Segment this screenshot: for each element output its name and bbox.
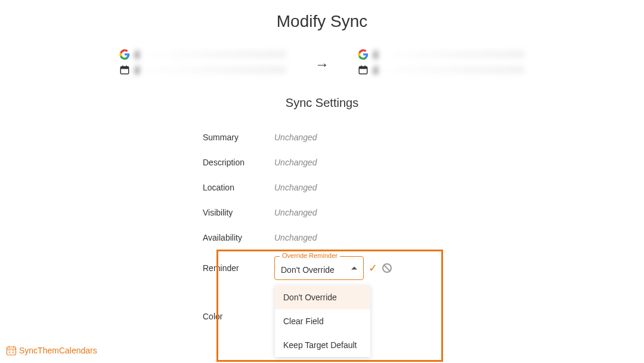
cancel-icon[interactable] xyxy=(382,263,392,273)
source-calendar-text xyxy=(136,66,286,74)
dropdown-menu: Don't Override Clear Field Keep Target D… xyxy=(275,285,370,357)
setting-row-availability[interactable]: Availability Unchanged xyxy=(203,225,441,250)
accounts-row: → xyxy=(0,49,644,75)
setting-label: Color xyxy=(203,312,274,321)
setting-value: Unchanged xyxy=(274,183,317,192)
setting-label: Location xyxy=(203,183,274,192)
reminder-control: Override Reminder Don't Override Don't O… xyxy=(274,256,392,280)
target-account-block xyxy=(358,49,525,75)
google-icon xyxy=(358,49,369,60)
section-title: Sync Settings xyxy=(0,96,644,110)
select-legend: Override Reminder xyxy=(280,252,340,259)
target-account-text xyxy=(374,50,525,59)
target-calendar-text xyxy=(374,66,525,74)
dropdown-item-clear-field[interactable]: Clear Field xyxy=(275,309,370,333)
target-account-line xyxy=(358,49,525,60)
source-account-block xyxy=(119,49,286,75)
setting-row-description[interactable]: Description Unchanged xyxy=(203,150,441,175)
logo-icon xyxy=(6,345,17,356)
reminder-select[interactable]: Override Reminder Don't Override Don't O… xyxy=(274,256,364,280)
check-icon[interactable]: ✓ xyxy=(369,262,377,275)
target-calendar-line xyxy=(358,64,525,75)
page-title: Modify Sync xyxy=(0,12,644,31)
setting-label: Availability xyxy=(203,233,274,242)
setting-row-summary[interactable]: Summary Unchanged xyxy=(203,125,441,150)
arrow-icon: → xyxy=(310,49,334,73)
setting-row-visibility[interactable]: Visibility Unchanged xyxy=(203,200,441,225)
calendar-icon xyxy=(119,64,130,75)
setting-label: Summary xyxy=(203,133,274,142)
setting-value: Unchanged xyxy=(274,158,317,167)
setting-label: Visibility xyxy=(203,208,274,217)
setting-row-location[interactable]: Location Unchanged xyxy=(203,175,441,200)
svg-rect-8 xyxy=(7,347,16,355)
source-account-text xyxy=(136,50,286,59)
brand-logo: SyncThemCalendars xyxy=(6,345,97,356)
google-icon xyxy=(119,49,130,60)
svg-rect-1 xyxy=(120,67,129,69)
setting-row-reminder: Reminder Override Reminder Don't Overrid… xyxy=(203,250,441,286)
source-account-line xyxy=(119,49,286,60)
setting-value: Unchanged xyxy=(274,133,317,142)
select-value: Don't Override xyxy=(281,265,335,275)
source-calendar-line xyxy=(119,64,286,75)
settings-list: Summary Unchanged Description Unchanged … xyxy=(203,125,441,329)
calendar-icon xyxy=(358,64,369,75)
brand-text: SyncThemCalendars xyxy=(19,346,97,355)
setting-label: Reminder xyxy=(203,263,274,273)
dropdown-item-dont-override[interactable]: Don't Override xyxy=(275,285,370,309)
setting-value: Unchanged xyxy=(274,233,317,242)
svg-rect-5 xyxy=(359,67,367,69)
setting-value: Unchanged xyxy=(274,208,317,217)
chevron-up-icon xyxy=(351,267,357,270)
dropdown-item-keep-target-default[interactable]: Keep Target Default xyxy=(275,333,370,357)
setting-label: Description xyxy=(203,158,274,167)
